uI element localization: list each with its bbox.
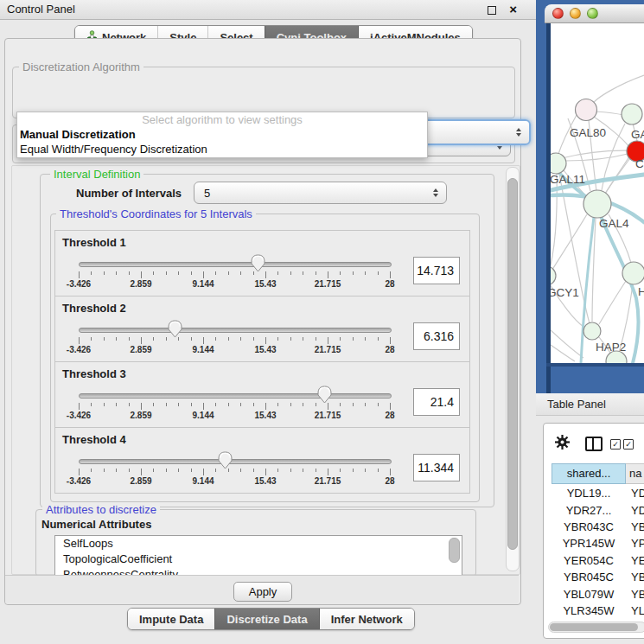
attribute-list-item[interactable]: SelfLoops: [55, 536, 462, 552]
table-row[interactable]: YDL19...YDL1: [552, 485, 644, 501]
table-row[interactable]: YPR145WYPR1: [552, 535, 644, 552]
table-row[interactable]: YBR045CYBR0: [552, 569, 644, 585]
cell-name[interactable]: YPR1: [626, 537, 644, 550]
cell-name[interactable]: YDL1: [626, 487, 644, 500]
threshold-value-field[interactable]: 14.713: [413, 257, 460, 284]
checkbox-icon[interactable]: ✓: [610, 439, 621, 450]
network-node-label: H: [638, 285, 644, 298]
threshold-value-field[interactable]: 21.4: [413, 388, 460, 416]
slider-tick: [191, 271, 192, 275]
slider-tick: [303, 337, 303, 341]
network-node-GA-partial[interactable]: [622, 104, 642, 124]
algorithm-groupbox: [12, 67, 515, 118]
slider-tick: [178, 403, 179, 406]
slider-tick: [191, 337, 192, 341]
network-node-label: HAP2: [596, 341, 626, 354]
table-panel-titlebar: Table Panel: [536, 393, 644, 416]
window-zoom-button[interactable]: [587, 8, 598, 19]
cell-shared-name[interactable]: YDL19...: [552, 487, 626, 500]
cell-name[interactable]: YBR0: [626, 520, 644, 533]
window-close-button[interactable]: [552, 8, 564, 19]
slider-tick-label: 28: [371, 345, 409, 354]
table-row[interactable]: YER054CYER0: [552, 552, 644, 569]
panel-vertical-scrollbar-thumb[interactable]: [507, 178, 518, 550]
float-panel-icon[interactable]: [488, 6, 496, 15]
network-canvas[interactable]: GAL80GACGAL11GAL4GCY1HHAP2: [551, 23, 644, 363]
window-minimize-button[interactable]: [570, 8, 581, 19]
table-horizontal-scrollbar[interactable]: [548, 622, 644, 633]
network-node-GAL80[interactable]: [576, 99, 597, 121]
threshold-label: Threshold 2: [62, 302, 126, 315]
slider-tick: [390, 337, 391, 344]
cell-shared-name[interactable]: YLR345W: [552, 604, 626, 617]
slider-tick: [166, 403, 167, 406]
cell-shared-name[interactable]: YPR145W: [552, 537, 626, 550]
table-rows: YDL19...YDL1YDR27...YDR2YBR043CYBR0YPR14…: [552, 485, 644, 636]
dropdown-option[interactable]: Manual Discretization: [17, 127, 427, 142]
numerical-attributes-list[interactable]: SelfLoopsTopologicalCoefficientBetweenne…: [54, 535, 462, 576]
cell-shared-name[interactable]: YBR043C: [552, 520, 626, 533]
table-row[interactable]: YBR043CYBR0: [552, 519, 644, 535]
slider-thumb[interactable]: [166, 319, 184, 339]
slider-track[interactable]: [79, 459, 392, 464]
network-node-label: GAL11: [551, 173, 585, 186]
cell-name[interactable]: YER0: [626, 554, 644, 567]
threshold-value-field[interactable]: 11.344: [413, 454, 460, 481]
threshold-panel: Threshold 3-3.4262.8599.14415.4321.71528…: [54, 361, 470, 428]
slider-tick: [277, 403, 278, 406]
split-columns-icon[interactable]: [585, 437, 603, 451]
network-node-GCY1[interactable]: [551, 266, 556, 285]
network-window-titlebar: [545, 4, 644, 23]
slider-tick-label: 9.144: [184, 345, 222, 354]
network-node-GAL4[interactable]: [583, 190, 611, 218]
network-node-label: GAL80: [570, 126, 606, 139]
panel-vertical-scrollbar[interactable]: [506, 167, 520, 571]
algorithm-group-title: Discretization Algorithm: [19, 61, 143, 73]
cell-name[interactable]: YBR0: [626, 571, 644, 583]
slider-tick: [353, 403, 354, 406]
threshold-value-field[interactable]: 6.316: [413, 322, 460, 350]
cell-name[interactable]: YBL0: [626, 588, 644, 601]
slider-track[interactable]: [79, 328, 392, 333]
slider-tick: [277, 271, 278, 275]
slider-tick-label: 21.715: [309, 279, 347, 289]
slider-tick: [265, 337, 266, 344]
network-node-H-partial[interactable]: [622, 262, 644, 284]
checkbox-icon[interactable]: ✓: [623, 439, 634, 450]
dropdown-option[interactable]: Equal Width/Frequency Discretization: [17, 142, 427, 156]
cell-shared-name[interactable]: YBR045C: [552, 571, 626, 583]
table-row[interactable]: YLR345WYLR3: [552, 603, 644, 619]
slider-thumb[interactable]: [316, 385, 334, 405]
table-row[interactable]: YBL079WYBL0: [552, 585, 644, 602]
slider-tick: [153, 403, 154, 406]
list-scrollbar-thumb[interactable]: [449, 538, 460, 563]
tab-infer-network[interactable]: Infer Network: [319, 609, 414, 629]
number-of-intervals-spinner[interactable]: 5: [194, 182, 447, 204]
cell-shared-name[interactable]: YDR27...: [552, 504, 626, 517]
network-node-label: GA: [631, 128, 644, 141]
network-node-GAL11[interactable]: [551, 153, 566, 174]
slider-track[interactable]: [79, 262, 392, 267]
tab-impute-data[interactable]: Impute Data: [128, 609, 214, 629]
apply-button[interactable]: Apply: [233, 582, 292, 602]
slider-tick: [240, 469, 241, 472]
column-header-name[interactable]: na: [626, 463, 644, 484]
slider-thumb[interactable]: [216, 450, 234, 470]
cell-shared-name[interactable]: YER054C: [552, 554, 626, 567]
attribute-list-item[interactable]: TopologicalCoefficient: [55, 552, 462, 567]
slider-thumb[interactable]: [249, 253, 267, 273]
slider-tick: [328, 271, 328, 278]
cell-name[interactable]: YDR2: [626, 504, 644, 517]
cell-name[interactable]: YLR3: [626, 604, 644, 617]
network-node-HAP2[interactable]: [583, 322, 601, 340]
close-panel-icon[interactable]: ×: [509, 1, 517, 18]
table-row[interactable]: YDR27...YDR2: [552, 501, 644, 518]
table-horizontal-scrollbar-thumb[interactable]: [550, 623, 638, 631]
tab-discretize-data[interactable]: Discretize Data: [214, 609, 318, 629]
cell-shared-name[interactable]: YBL079W: [552, 588, 626, 601]
slider-tick-label: 9.144: [184, 411, 222, 420]
slider-tick: [191, 469, 192, 472]
slider-track[interactable]: [79, 393, 392, 399]
column-header-shared-name[interactable]: shared...: [552, 463, 626, 484]
gear-icon[interactable]: [555, 435, 570, 450]
